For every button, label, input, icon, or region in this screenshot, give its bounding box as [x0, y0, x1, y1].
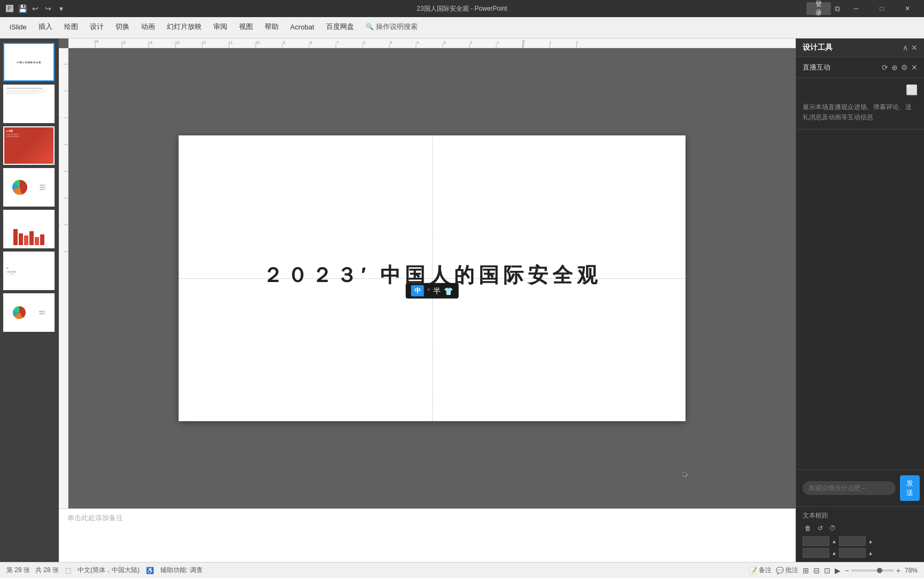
- textbox-down-icon: ▲: [831, 550, 837, 556]
- notes-label: 备注: [759, 566, 772, 575]
- subtitle-chinese-btn[interactable]: 中: [411, 285, 424, 296]
- svg-text:-14: -14: [147, 41, 152, 44]
- broadcast-label: 直播互动: [803, 63, 830, 72]
- textbox-input-top[interactable]: [803, 536, 829, 546]
- zoom-track[interactable]: [851, 569, 894, 572]
- svg-text:-2: -2: [469, 41, 472, 44]
- menu-baidu[interactable]: 百度网盘: [321, 20, 359, 34]
- textbox-row-2: ▲ ▲: [803, 548, 918, 558]
- zoom-thumb: [877, 568, 882, 573]
- titlebar-left: 🅿 💾 ↩ ↪ ▾: [4, 3, 66, 14]
- svg-text:-10: -10: [254, 41, 259, 44]
- presenter-view-icon[interactable]: ▶: [835, 566, 841, 575]
- login-button[interactable]: 登录: [806, 2, 831, 15]
- textbox-label: 文本框距: [803, 511, 918, 520]
- right-panel: 设计工具 ∧ ✕ 直播互动 ⟳ ⊕ ⚙ ✕ ⬜ 展示本场直播观众进场、弹幕评论、…: [796, 39, 924, 562]
- broadcast-connect-icon[interactable]: ⊕: [891, 63, 898, 72]
- broadcast-refresh-icon[interactable]: ⟳: [882, 63, 888, 72]
- comment-input[interactable]: [803, 481, 896, 495]
- accessibility-icon[interactable]: ♿: [146, 567, 154, 574]
- textbox-refresh-icon[interactable]: ↺: [815, 523, 825, 533]
- view-normal-icon[interactable]: ⬚: [65, 567, 71, 574]
- undo-icon[interactable]: ↩: [30, 3, 41, 14]
- textbox-clock-icon[interactable]: ⏱: [827, 523, 838, 533]
- menu-acrobat[interactable]: Acrobat: [285, 21, 320, 33]
- textbox-controls: 🗑 ↺ ⏱: [803, 523, 918, 533]
- panel-collapse-icon[interactable]: ∧: [903, 43, 908, 52]
- menu-design[interactable]: 设计: [84, 20, 109, 34]
- slide-thumb-2[interactable]: [3, 85, 55, 123]
- right-panel-title: 设计工具: [803, 43, 833, 52]
- menu-animation[interactable]: 动画: [136, 20, 160, 34]
- normal-view-icon[interactable]: ⊞: [803, 566, 809, 575]
- svg-text:-11: -11: [227, 41, 233, 44]
- menu-view[interactable]: 视图: [234, 20, 258, 34]
- window-title: 23国人国际安全观 - PowerPoint: [417, 4, 507, 13]
- notes-area[interactable]: 单击此处添加备注: [59, 508, 796, 562]
- svg-text:-13: -13: [174, 41, 179, 44]
- reading-view-icon[interactable]: ⊡: [824, 566, 830, 575]
- maximize-button[interactable]: □: [869, 0, 894, 17]
- zoom-increase-btn[interactable]: +: [896, 566, 900, 575]
- menu-insert[interactable]: 插入: [33, 20, 58, 34]
- minimize-button[interactable]: ─: [844, 0, 868, 17]
- slide-thumb-3[interactable]: ■ 标题 内容文字内容文字 内容内容内容内容: [3, 126, 55, 165]
- subtitle-dot: °: [427, 286, 430, 295]
- svg-text:2: 2: [576, 41, 578, 44]
- close-button[interactable]: ✕: [895, 0, 920, 17]
- send-button[interactable]: 发送: [900, 475, 920, 501]
- broadcast-settings-icon[interactable]: ⚙: [901, 63, 908, 72]
- textbox-input-group: ▲ ▲ ▲ ▲: [803, 536, 918, 558]
- comments-button[interactable]: 💬 批注: [776, 566, 798, 575]
- main-layout: 23国人的国际安全观 ■ 标题 内容文字内容文字 内容内容内容内容: [0, 39, 924, 562]
- notes-button[interactable]: 📝 备注: [749, 566, 772, 575]
- monitor-icon[interactable]: ⧉: [832, 3, 843, 14]
- textbox-input-right[interactable]: [839, 536, 866, 546]
- grid-view-icon[interactable]: ⊟: [813, 566, 820, 575]
- svg-text:-1: -1: [496, 41, 499, 44]
- zoom-slider[interactable]: − +: [845, 566, 900, 575]
- canvas-area: ruler ticks -16 -15 -14 -13 -12: [59, 39, 796, 562]
- accessibility-label: 辅助功能: 调查: [160, 566, 203, 575]
- slide-panel: 23国人的国际安全观 ■ 标题 内容文字内容文字 内容内容内容内容: [0, 39, 59, 562]
- zoom-level[interactable]: 78%: [905, 567, 918, 574]
- svg-text:1: 1: [549, 41, 551, 44]
- broadcast-panel-close-icon[interactable]: ✕: [911, 63, 918, 72]
- svg-text:7: 7: [59, 170, 60, 172]
- zoom-decrease-btn[interactable]: −: [845, 566, 849, 575]
- textbox-up-icon: ▲: [831, 538, 837, 544]
- slide-thumb-4[interactable]: ■ 项目1■ 项目2■ 项目3: [3, 168, 55, 207]
- menu-islide[interactable]: iSlide: [4, 21, 32, 33]
- slide-thumb-1[interactable]: 23国人的国际安全观: [3, 43, 55, 81]
- slide-subtitle-toolbar[interactable]: 中 ° 半 👕: [406, 283, 459, 299]
- menu-help[interactable]: 帮助: [259, 20, 284, 34]
- customize-icon[interactable]: ▾: [56, 3, 66, 14]
- broadcast-desc: ⬜ 展示本场直播观众进场、弹幕评论、送礼消息及动画等互动信息: [796, 78, 924, 130]
- ruler-left-svg: 9 8 7 6: [59, 48, 68, 508]
- ruler-left: 9 8 7 6: [59, 48, 68, 508]
- notes-placeholder: 单击此处添加备注: [67, 514, 123, 522]
- save-icon[interactable]: 💾: [17, 3, 28, 14]
- menu-review[interactable]: 审阅: [208, 20, 233, 34]
- slide-thumb-7[interactable]: ■ 数据1■ 数据2: [3, 293, 55, 332]
- comments-label: 批注: [786, 566, 798, 575]
- textbox-delete-icon[interactable]: 🗑: [803, 523, 813, 533]
- textbox-row-1: ▲ ▲: [803, 536, 918, 546]
- menu-search[interactable]: 🔍 操作说明搜索: [360, 20, 423, 34]
- ruler-top: ruler ticks -16 -15 -14 -13 -12: [68, 39, 796, 48]
- menu-slideshow[interactable]: 幻灯片放映: [161, 20, 207, 34]
- slide-thumb-5[interactable]: [3, 210, 55, 248]
- menu-draw[interactable]: 绘图: [59, 20, 83, 34]
- comments-icon: 💬: [776, 567, 784, 574]
- broadcast-description: 展示本场直播观众进场、弹幕评论、送礼消息及动画等互动信息: [803, 102, 918, 123]
- slide-canvas-wrapper[interactable]: ２０２３′ 中国人的国际安全观 中 ° 半 👕: [68, 48, 796, 508]
- menu-transitions[interactable]: 切换: [110, 20, 135, 34]
- panel-close-icon[interactable]: ✕: [911, 43, 918, 52]
- svg-text:-3: -3: [442, 41, 445, 44]
- textbox-input-left[interactable]: [839, 548, 866, 558]
- statusbar-right: 📝 备注 💬 批注 ⊞ ⊟ ⊡ ▶ − + 78%: [749, 566, 918, 575]
- slide-thumb-6[interactable]: " 引用文字内容 —— 作者: [3, 252, 55, 290]
- textbox-input-bottom[interactable]: [803, 548, 829, 558]
- redo-icon[interactable]: ↪: [43, 3, 53, 14]
- current-slide: 第 28 张: [6, 566, 30, 574]
